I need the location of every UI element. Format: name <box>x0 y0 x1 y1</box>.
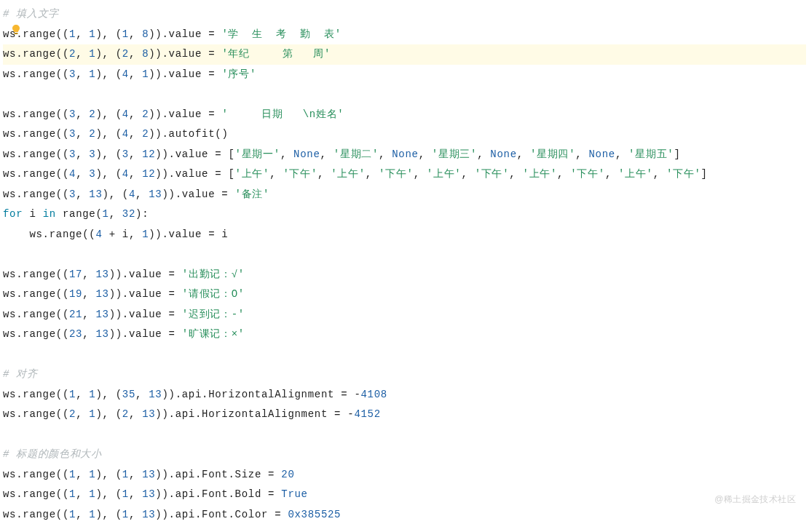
code-token: 3 <box>69 108 76 120</box>
code-token: , <box>129 509 142 520</box>
code-line: ws.range((1, 1), (1, 13)).api.Font.Color… <box>3 505 806 525</box>
code-token: ), ( <box>95 488 122 500</box>
code-token: 3 <box>69 148 76 160</box>
code-token: '星期五' <box>628 148 674 160</box>
code-token: , <box>129 469 142 480</box>
code-token: )).value = <box>149 28 221 40</box>
code-token: ), ( <box>95 108 122 120</box>
code-token: , <box>76 168 89 180</box>
code-token: in <box>43 208 56 220</box>
code-token: '下午' <box>570 168 605 180</box>
code-token: ' 日期 \n姓名' <box>221 108 344 120</box>
code-token: 3 <box>69 128 76 140</box>
code-token: , <box>76 148 89 160</box>
code-line: ws.range((21, 13)).value = '迟到记：-' <box>3 305 806 325</box>
code-token: '旷课记：×' <box>182 328 245 340</box>
code-token: ), ( <box>95 48 122 60</box>
code-token: 1 <box>69 509 76 520</box>
code-token: )).value = [ <box>155 168 234 180</box>
code-token: 17 <box>69 269 82 280</box>
code-token: )).api.Font.Bold = <box>155 488 281 500</box>
code-token: , <box>135 389 149 400</box>
code-token: , <box>615 148 628 160</box>
code-token: '上午' <box>618 168 653 180</box>
code-token: 1 <box>103 208 109 220</box>
code-token: '星期一' <box>235 148 280 160</box>
code-token: ), ( <box>95 148 122 160</box>
code-line: ws.range((4, 3), (4, 12)).value = ['上午',… <box>3 164 806 185</box>
code-token: 3 <box>69 188 76 200</box>
code-line <box>3 245 806 265</box>
code-token: 4 <box>122 128 129 140</box>
code-token: '序号' <box>221 68 256 80</box>
code-token: 1 <box>122 469 129 480</box>
code-token: , <box>517 148 530 160</box>
code-token: 2 <box>69 408 76 420</box>
code-token: )).value = <box>109 309 182 320</box>
code-token: 3 <box>122 148 129 160</box>
code-token: ws.range(( <box>3 108 69 120</box>
code-token: None <box>490 148 516 160</box>
code-token: ws.range(( <box>3 188 69 200</box>
code-line: ws.range((23, 13)).value = '旷课记：×' <box>3 325 806 345</box>
code-token: , <box>414 168 427 180</box>
code-token: None <box>293 148 320 160</box>
code-token: + i, <box>103 229 143 240</box>
code-token: 20 <box>281 469 294 480</box>
code-token: ws.range(( <box>3 488 69 500</box>
code-line: ws.range((1, 1), (1, 13)).api.Font.Size … <box>3 465 806 485</box>
code-token: ws.range(( <box>3 328 69 340</box>
code-token: , <box>129 168 142 180</box>
code-token: '下午' <box>666 168 701 180</box>
code-token: 13 <box>149 389 162 400</box>
code-token: )).value = i <box>149 229 228 240</box>
code-token: , <box>129 68 142 80</box>
code-token: 35 <box>122 389 135 400</box>
code-token: , <box>76 48 89 60</box>
code-token: )).autofit() <box>149 128 228 140</box>
code-token: 19 <box>69 288 82 300</box>
code-token: )).value = [ <box>155 148 234 160</box>
code-token: ), ( <box>95 168 122 180</box>
code-token: 8 <box>142 48 149 60</box>
code-token: 1 <box>122 488 129 500</box>
code-token: , <box>317 168 331 180</box>
code-token: )).value = <box>109 288 182 300</box>
code-token: , <box>76 108 89 120</box>
code-token: for <box>3 208 23 220</box>
code-line: for i in range(1, 32): <box>3 205 806 225</box>
code-token: 4 <box>122 168 129 180</box>
code-token: , <box>76 488 89 500</box>
code-line: ws.range((17, 13)).value = '出勤记：√' <box>3 265 806 285</box>
code-token: 1 <box>69 488 76 500</box>
code-token: , <box>419 148 432 160</box>
code-token: , <box>129 128 142 140</box>
code-line: ws.range((3, 3), (3, 12)).value = ['星期一'… <box>3 145 806 165</box>
code-token: 13 <box>95 288 108 300</box>
code-token: 0x385525 <box>288 509 341 520</box>
code-token: , <box>320 148 334 160</box>
code-token: 1 <box>69 28 76 40</box>
code-token: , <box>605 168 618 180</box>
code-line: # 标题的颜色和大小 <box>3 445 806 465</box>
code-token: '备注' <box>235 188 270 200</box>
code-line <box>3 425 806 445</box>
code-token: , <box>76 188 89 200</box>
code-token: , <box>129 108 142 120</box>
code-token: ws.range(( <box>3 509 69 520</box>
code-token: ws.range(( <box>29 229 95 240</box>
code-token: )).value = <box>109 328 182 340</box>
code-token: '下午' <box>379 168 414 180</box>
code-token: ws.range(( <box>3 68 69 80</box>
code-token: 1 <box>69 389 76 400</box>
code-token: , <box>129 28 142 40</box>
code-token: 4 <box>122 108 129 120</box>
code-token: '下午' <box>283 168 317 180</box>
code-token: , <box>379 148 392 160</box>
code-line: ws.range((3, 2), (4, 2)).value = ' 日期 \n… <box>3 105 806 125</box>
code-token: )).value = <box>109 269 182 280</box>
code-token: 13 <box>149 188 162 200</box>
code-token: , <box>557 168 570 180</box>
code-token: ), ( <box>95 469 122 480</box>
code-token: None <box>588 148 615 160</box>
